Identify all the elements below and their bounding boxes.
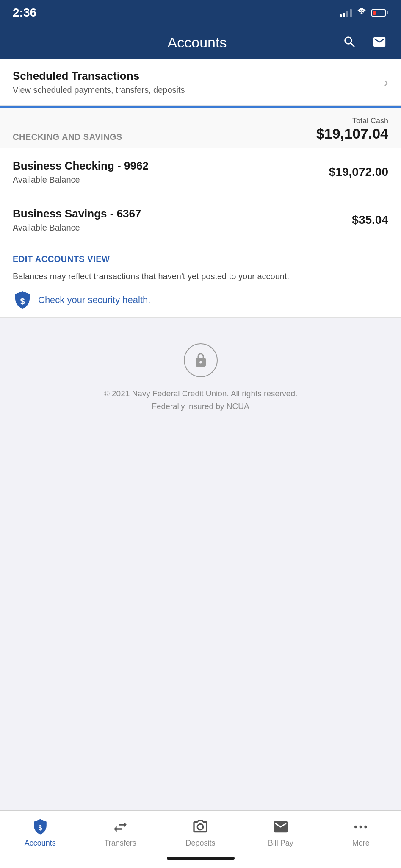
account-label-savings: Available Balance: [13, 223, 141, 233]
security-health-row[interactable]: $ Check your security health.: [13, 290, 388, 310]
billpay-nav-icon: [271, 818, 290, 836]
copyright-line1: © 2021 Navy Federal Credit Union. All ri…: [104, 389, 298, 398]
accounts-nav-icon: $: [31, 818, 50, 836]
copyright-line2: Federally insured by NCUA: [152, 402, 249, 411]
chevron-right-icon: ›: [384, 75, 388, 89]
lock-icon: [184, 343, 218, 377]
page-title: Accounts: [53, 34, 341, 51]
account-info-checking: Business Checking - 9962 Available Balan…: [13, 159, 149, 185]
copyright-text: © 2021 Navy Federal Credit Union. All ri…: [104, 387, 298, 413]
messages-button[interactable]: [371, 33, 388, 52]
nav-transfers[interactable]: Transfers: [95, 818, 146, 848]
more-nav-icon: [351, 818, 370, 836]
wifi-icon: [357, 7, 366, 18]
bottom-nav: $ Accounts Transfers Deposits Bill Pay: [0, 810, 401, 852]
svg-text:$: $: [38, 824, 42, 832]
account-balance-savings: $35.04: [352, 213, 388, 227]
svg-text:$: $: [20, 297, 25, 306]
nav-billpay[interactable]: Bill Pay: [255, 818, 306, 848]
footer-content: © 2021 Navy Federal Credit Union. All ri…: [0, 318, 401, 426]
account-balance-checking: $19,072.00: [329, 165, 388, 179]
home-bar: [167, 857, 235, 860]
scheduled-text-group: Scheduled Transactions View scheduled pa…: [13, 70, 185, 95]
nav-accounts[interactable]: $ Accounts: [15, 818, 66, 848]
account-label-checking: Available Balance: [13, 175, 149, 185]
scheduled-title: Scheduled Transactions: [13, 70, 185, 83]
message-icon: [372, 35, 387, 49]
total-cash-label: Total Cash: [316, 117, 388, 125]
total-cash-group: Total Cash $19,107.04: [316, 117, 388, 142]
scheduled-subtitle: View scheduled payments, transfers, depo…: [13, 85, 185, 95]
nav-billpay-label: Bill Pay: [268, 839, 293, 848]
edit-section: EDIT ACCOUNTS VIEW Balances may reflect …: [0, 244, 401, 318]
scheduled-transactions-row[interactable]: Scheduled Transactions View scheduled pa…: [0, 59, 401, 106]
shield-icon: $: [13, 290, 32, 310]
status-icons: [340, 7, 388, 18]
app-header: Accounts: [0, 25, 401, 59]
account-name-checking: Business Checking - 9962: [13, 159, 149, 172]
svg-point-3: [360, 826, 362, 829]
section-label: CHECKING AND SAVINGS: [13, 132, 122, 142]
battery-icon: [371, 9, 388, 17]
account-name-savings: Business Savings - 6367: [13, 207, 141, 220]
svg-point-2: [354, 826, 357, 829]
nav-more[interactable]: More: [335, 818, 386, 848]
section-header: CHECKING AND SAVINGS Total Cash $19,107.…: [0, 108, 401, 148]
status-bar: 2:36: [0, 0, 401, 25]
nav-deposits[interactable]: Deposits: [175, 818, 226, 848]
edit-accounts-link[interactable]: EDIT ACCOUNTS VIEW: [13, 254, 110, 264]
header-icons: [341, 33, 388, 52]
home-indicator: [0, 852, 401, 868]
signal-icon: [340, 8, 352, 17]
transfers-nav-icon: [111, 818, 130, 836]
account-row-checking[interactable]: Business Checking - 9962 Available Balan…: [0, 148, 401, 196]
main-content: Scheduled Transactions View scheduled pa…: [0, 59, 401, 810]
account-row-savings[interactable]: Business Savings - 6367 Available Balanc…: [0, 196, 401, 244]
nav-deposits-label: Deposits: [185, 839, 215, 848]
status-time: 2:36: [13, 6, 36, 19]
nav-transfers-label: Transfers: [104, 839, 136, 848]
account-info-savings: Business Savings - 6367 Available Balanc…: [13, 207, 141, 233]
search-button[interactable]: [341, 33, 359, 52]
nav-more-label: More: [352, 839, 370, 848]
total-cash-amount: $19,107.04: [316, 125, 388, 142]
deposits-nav-icon: [191, 818, 210, 836]
search-icon: [343, 35, 357, 49]
svg-point-4: [365, 826, 368, 829]
balance-note: Balances may reflect transactions that h…: [13, 270, 388, 283]
security-health-link[interactable]: Check your security health.: [38, 295, 150, 306]
nav-accounts-label: Accounts: [25, 839, 56, 848]
